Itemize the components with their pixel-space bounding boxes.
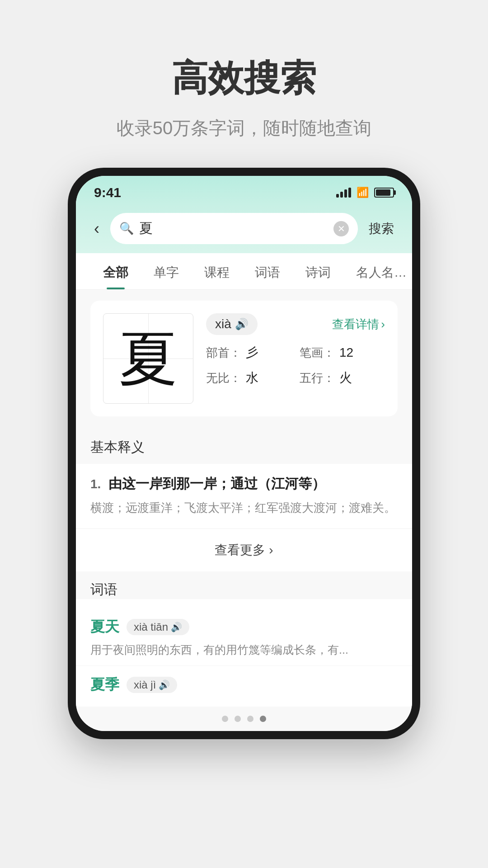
- dot-3[interactable]: [247, 716, 253, 722]
- word-header-2: 夏季 xià jì 🔊: [90, 675, 398, 695]
- word-section: 词语: [76, 571, 412, 599]
- search-box[interactable]: 🔍 夏 ✕: [110, 213, 358, 244]
- def-text: 由这一岸到那一岸；通过（江河等）: [108, 476, 325, 491]
- definition-main: 1. 由这一岸到那一岸；通过（江河等）: [90, 475, 398, 493]
- wifi-icon: 📶: [357, 187, 369, 198]
- wuxing-value: 火: [339, 369, 352, 387]
- dot-2[interactable]: [235, 716, 241, 722]
- strokes-value: 12: [339, 345, 353, 360]
- chevron-right-icon: ›: [269, 543, 273, 557]
- tab-bar: 全部 单字 课程 词语 诗词 名人名…: [76, 253, 412, 290]
- radical-row: 部首： 彡: [206, 344, 291, 361]
- search-clear-button[interactable]: ✕: [333, 221, 349, 236]
- character-properties: 部首： 彡 笔画： 12 无比： 水 五行： 火: [206, 344, 385, 387]
- radical-value: 彡: [246, 344, 258, 361]
- phone-screen: 9:41 📶 ‹ 🔍 夏 ✕ 搜索: [76, 176, 412, 731]
- tab-course[interactable]: 课程: [192, 253, 242, 289]
- page-header: 高效搜索 收录50万条字词，随时随地查询: [99, 0, 390, 168]
- wubi-value: 水: [246, 369, 258, 387]
- search-area: ‹ 🔍 夏 ✕ 搜索: [76, 206, 412, 253]
- back-button[interactable]: ‹: [90, 217, 103, 240]
- status-bar: 9:41 📶: [76, 176, 412, 206]
- search-icon: 🔍: [119, 222, 134, 236]
- page-title: 高效搜索: [117, 54, 372, 103]
- search-button[interactable]: 搜索: [365, 218, 398, 239]
- strokes-row: 笔画： 12: [300, 344, 385, 361]
- signal-icon: [336, 188, 351, 198]
- dot-1[interactable]: [222, 716, 228, 722]
- character-display: 夏: [103, 313, 193, 404]
- view-more-button[interactable]: 查看更多 ›: [76, 528, 412, 571]
- strokes-label: 笔画：: [300, 345, 335, 361]
- word-item-1[interactable]: 夏天 xià tiān 🔊 用于夜间照明的东西，有的用竹篾等编成长条，有...: [76, 606, 412, 666]
- sound-icon-word-2[interactable]: 🔊: [159, 679, 170, 690]
- search-input[interactable]: 夏: [139, 219, 328, 238]
- word-desc-1: 用于夜间照明的东西，有的用竹篾等编成长条，有...: [90, 642, 398, 659]
- content-area: 夏 xià 🔊 查看详情 ›: [76, 290, 412, 427]
- detail-link-text: 查看详情: [332, 316, 379, 332]
- character-glyph: 夏: [119, 329, 178, 388]
- page-subtitle: 收录50万条字词，随时随地查询: [117, 116, 372, 141]
- character-info: xià 🔊 查看详情 › 部首： 彡: [206, 313, 385, 404]
- word-item-2[interactable]: 夏季 xià jì 🔊: [76, 665, 412, 707]
- pinyin-row: xià 🔊 查看详情 ›: [206, 313, 385, 335]
- phone-mockup: 9:41 📶 ‹ 🔍 夏 ✕ 搜索: [68, 168, 420, 739]
- tab-poetry[interactable]: 诗词: [293, 253, 343, 289]
- word-pinyin-1: xià tiān: [134, 621, 168, 633]
- character-card: 夏 xià 🔊 查看详情 ›: [90, 301, 398, 416]
- tab-famous[interactable]: 名人名…: [343, 253, 412, 289]
- definition-card: 1. 由这一岸到那一岸；通过（江河等） 横渡；远渡重洋；飞渡太平洋；红军强渡大渡…: [76, 464, 412, 528]
- sound-icon-word-1[interactable]: 🔊: [171, 622, 182, 632]
- definition-example: 横渡；远渡重洋；飞渡太平洋；红军强渡大渡河；渡难关。: [90, 499, 398, 518]
- detail-link[interactable]: 查看详情 ›: [332, 316, 385, 332]
- word-section-title: 词语: [90, 580, 398, 599]
- radical-label: 部首：: [206, 345, 241, 361]
- status-icons: 📶: [336, 187, 394, 198]
- definition-item: 1. 由这一岸到那一岸；通过（江河等） 横渡；远渡重洋；飞渡太平洋；红军强渡大渡…: [90, 475, 398, 518]
- word-header-1: 夏天 xià tiān 🔊: [90, 617, 398, 637]
- chevron-right-icon: ›: [381, 317, 385, 331]
- basic-meaning-title: 基本释义: [76, 427, 412, 464]
- wuxing-label: 五行：: [300, 370, 335, 386]
- tab-single-char[interactable]: 单字: [141, 253, 192, 289]
- word-char-2: 夏季: [90, 675, 119, 695]
- dot-4[interactable]: [260, 716, 266, 722]
- pinyin-badge: xià 🔊: [206, 313, 258, 335]
- dots-indicator: [76, 707, 412, 731]
- word-pinyin-badge-1: xià tiān 🔊: [127, 619, 189, 635]
- wubi-label: 无比：: [206, 370, 241, 386]
- word-pinyin-badge-2: xià jì 🔊: [127, 677, 177, 693]
- def-number: 1.: [90, 477, 101, 491]
- wubi-row: 无比： 水: [206, 369, 291, 387]
- status-time: 9:41: [94, 185, 121, 200]
- tab-word[interactable]: 词语: [242, 253, 293, 289]
- pinyin-text: xià: [215, 317, 231, 331]
- wuxing-row: 五行： 火: [300, 369, 385, 387]
- battery-icon: [374, 188, 394, 198]
- word-char-1: 夏天: [90, 617, 119, 637]
- word-pinyin-2: xià jì: [134, 679, 156, 691]
- sound-icon[interactable]: 🔊: [235, 318, 249, 330]
- tab-all[interactable]: 全部: [90, 253, 141, 289]
